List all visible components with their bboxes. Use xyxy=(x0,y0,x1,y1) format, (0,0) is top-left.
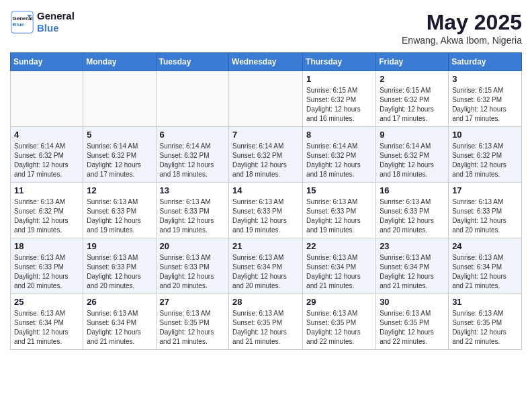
header-sunday: Sunday xyxy=(11,53,83,71)
day-number: 7 xyxy=(232,130,299,140)
day-number: 26 xyxy=(87,297,152,307)
calendar-cell xyxy=(83,71,156,127)
calendar-cell: 9Sunrise: 6:14 AM Sunset: 6:32 PM Daylig… xyxy=(376,127,449,183)
day-info: Sunrise: 6:13 AM Sunset: 6:33 PM Dayligh… xyxy=(232,197,299,235)
header-saturday: Saturday xyxy=(449,53,522,71)
week-row-5: 25Sunrise: 6:13 AM Sunset: 6:34 PM Dayli… xyxy=(11,294,522,350)
day-info: Sunrise: 6:13 AM Sunset: 6:34 PM Dayligh… xyxy=(452,253,518,291)
calendar-cell: 21Sunrise: 6:13 AM Sunset: 6:34 PM Dayli… xyxy=(229,238,303,294)
day-info: Sunrise: 6:13 AM Sunset: 6:34 PM Dayligh… xyxy=(232,253,299,291)
logo: General Blue General Blue xyxy=(10,10,75,34)
day-info: Sunrise: 6:13 AM Sunset: 6:35 PM Dayligh… xyxy=(306,309,372,347)
calendar-cell: 30Sunrise: 6:13 AM Sunset: 6:35 PM Dayli… xyxy=(376,294,449,350)
day-info: Sunrise: 6:13 AM Sunset: 6:33 PM Dayligh… xyxy=(87,197,152,235)
day-number: 28 xyxy=(232,297,299,307)
calendar-cell: 6Sunrise: 6:14 AM Sunset: 6:32 PM Daylig… xyxy=(156,127,229,183)
day-number: 16 xyxy=(380,185,445,195)
day-info: Sunrise: 6:14 AM Sunset: 6:32 PM Dayligh… xyxy=(306,142,372,179)
page-header: General Blue General Blue May 2025 Enwan… xyxy=(10,10,522,46)
day-info: Sunrise: 6:13 AM Sunset: 6:34 PM Dayligh… xyxy=(380,253,445,291)
calendar-cell: 3Sunrise: 6:15 AM Sunset: 6:32 PM Daylig… xyxy=(449,71,522,127)
day-number: 22 xyxy=(306,241,372,251)
week-row-4: 18Sunrise: 6:13 AM Sunset: 6:33 PM Dayli… xyxy=(11,238,522,294)
calendar-table: SundayMondayTuesdayWednesdayThursdayFrid… xyxy=(10,52,522,350)
day-info: Sunrise: 6:15 AM Sunset: 6:32 PM Dayligh… xyxy=(452,86,518,124)
day-number: 5 xyxy=(87,130,152,140)
day-number: 3 xyxy=(452,74,518,84)
calendar-cell xyxy=(11,71,83,127)
calendar-cell: 24Sunrise: 6:13 AM Sunset: 6:34 PM Dayli… xyxy=(449,238,522,294)
logo-blue: Blue xyxy=(37,22,75,34)
calendar-cell: 2Sunrise: 6:15 AM Sunset: 6:32 PM Daylig… xyxy=(376,71,449,127)
header-thursday: Thursday xyxy=(303,53,376,71)
day-number: 13 xyxy=(160,185,226,195)
header-row: SundayMondayTuesdayWednesdayThursdayFrid… xyxy=(11,53,522,71)
day-number: 20 xyxy=(160,241,226,251)
calendar-cell: 16Sunrise: 6:13 AM Sunset: 6:33 PM Dayli… xyxy=(376,183,449,238)
day-number: 10 xyxy=(452,130,518,140)
day-info: Sunrise: 6:13 AM Sunset: 6:33 PM Dayligh… xyxy=(14,253,79,291)
day-number: 21 xyxy=(232,241,299,251)
week-row-2: 4Sunrise: 6:14 AM Sunset: 6:32 PM Daylig… xyxy=(11,127,522,183)
calendar-cell xyxy=(156,71,229,127)
calendar-cell: 4Sunrise: 6:14 AM Sunset: 6:32 PM Daylig… xyxy=(11,127,83,183)
day-info: Sunrise: 6:15 AM Sunset: 6:32 PM Dayligh… xyxy=(380,86,445,124)
day-info: Sunrise: 6:14 AM Sunset: 6:32 PM Dayligh… xyxy=(14,142,79,179)
day-number: 14 xyxy=(232,185,299,195)
calendar-cell: 26Sunrise: 6:13 AM Sunset: 6:34 PM Dayli… xyxy=(83,294,156,350)
day-number: 27 xyxy=(160,297,226,307)
calendar-cell: 11Sunrise: 6:13 AM Sunset: 6:32 PM Dayli… xyxy=(11,183,83,238)
calendar-cell: 5Sunrise: 6:14 AM Sunset: 6:32 PM Daylig… xyxy=(83,127,156,183)
day-info: Sunrise: 6:13 AM Sunset: 6:34 PM Dayligh… xyxy=(14,309,79,347)
week-row-1: 1Sunrise: 6:15 AM Sunset: 6:32 PM Daylig… xyxy=(11,71,522,127)
day-number: 18 xyxy=(14,241,79,251)
calendar-header: SundayMondayTuesdayWednesdayThursdayFrid… xyxy=(11,53,522,71)
calendar-cell: 20Sunrise: 6:13 AM Sunset: 6:33 PM Dayli… xyxy=(156,238,229,294)
day-number: 2 xyxy=(380,74,445,84)
day-number: 25 xyxy=(14,297,79,307)
day-info: Sunrise: 6:13 AM Sunset: 6:33 PM Dayligh… xyxy=(160,253,226,291)
calendar-cell: 14Sunrise: 6:13 AM Sunset: 6:33 PM Dayli… xyxy=(229,183,303,238)
calendar-cell: 18Sunrise: 6:13 AM Sunset: 6:33 PM Dayli… xyxy=(11,238,83,294)
calendar-body: 1Sunrise: 6:15 AM Sunset: 6:32 PM Daylig… xyxy=(11,71,522,350)
calendar-cell: 25Sunrise: 6:13 AM Sunset: 6:34 PM Dayli… xyxy=(11,294,83,350)
day-info: Sunrise: 6:13 AM Sunset: 6:35 PM Dayligh… xyxy=(160,309,226,347)
logo-icon: General Blue xyxy=(10,10,34,34)
calendar-cell: 27Sunrise: 6:13 AM Sunset: 6:35 PM Dayli… xyxy=(156,294,229,350)
calendar-cell: 28Sunrise: 6:13 AM Sunset: 6:35 PM Dayli… xyxy=(229,294,303,350)
svg-text:Blue: Blue xyxy=(13,21,25,28)
day-number: 23 xyxy=(380,241,445,251)
title-block: May 2025 Enwang, Akwa Ibom, Nigeria xyxy=(402,10,522,46)
calendar-cell: 12Sunrise: 6:13 AM Sunset: 6:33 PM Dayli… xyxy=(83,183,156,238)
day-number: 31 xyxy=(452,297,518,307)
day-info: Sunrise: 6:13 AM Sunset: 6:33 PM Dayligh… xyxy=(380,197,445,235)
header-tuesday: Tuesday xyxy=(156,53,229,71)
calendar-cell: 10Sunrise: 6:13 AM Sunset: 6:32 PM Dayli… xyxy=(449,127,522,183)
calendar-cell: 13Sunrise: 6:13 AM Sunset: 6:33 PM Dayli… xyxy=(156,183,229,238)
calendar-cell: 31Sunrise: 6:13 AM Sunset: 6:35 PM Dayli… xyxy=(449,294,522,350)
day-number: 30 xyxy=(380,297,445,307)
day-number: 4 xyxy=(14,130,79,140)
day-info: Sunrise: 6:13 AM Sunset: 6:32 PM Dayligh… xyxy=(452,142,518,179)
day-info: Sunrise: 6:14 AM Sunset: 6:32 PM Dayligh… xyxy=(380,142,445,179)
day-number: 12 xyxy=(87,185,152,195)
day-number: 1 xyxy=(306,74,372,84)
day-number: 8 xyxy=(306,130,372,140)
day-info: Sunrise: 6:13 AM Sunset: 6:35 PM Dayligh… xyxy=(380,309,445,347)
day-number: 29 xyxy=(306,297,372,307)
day-info: Sunrise: 6:13 AM Sunset: 6:35 PM Dayligh… xyxy=(452,309,518,347)
day-number: 19 xyxy=(87,241,152,251)
calendar-cell: 7Sunrise: 6:14 AM Sunset: 6:32 PM Daylig… xyxy=(229,127,303,183)
day-info: Sunrise: 6:13 AM Sunset: 6:34 PM Dayligh… xyxy=(87,309,152,347)
calendar-cell: 1Sunrise: 6:15 AM Sunset: 6:32 PM Daylig… xyxy=(303,71,376,127)
calendar-cell: 8Sunrise: 6:14 AM Sunset: 6:32 PM Daylig… xyxy=(303,127,376,183)
calendar-cell xyxy=(229,71,303,127)
calendar-cell: 23Sunrise: 6:13 AM Sunset: 6:34 PM Dayli… xyxy=(376,238,449,294)
calendar-cell: 22Sunrise: 6:13 AM Sunset: 6:34 PM Dayli… xyxy=(303,238,376,294)
month-year-title: May 2025 xyxy=(402,10,522,35)
day-info: Sunrise: 6:13 AM Sunset: 6:33 PM Dayligh… xyxy=(452,197,518,235)
day-info: Sunrise: 6:13 AM Sunset: 6:32 PM Dayligh… xyxy=(14,197,79,235)
day-info: Sunrise: 6:13 AM Sunset: 6:33 PM Dayligh… xyxy=(160,197,226,235)
header-friday: Friday xyxy=(376,53,449,71)
day-info: Sunrise: 6:14 AM Sunset: 6:32 PM Dayligh… xyxy=(87,142,152,179)
